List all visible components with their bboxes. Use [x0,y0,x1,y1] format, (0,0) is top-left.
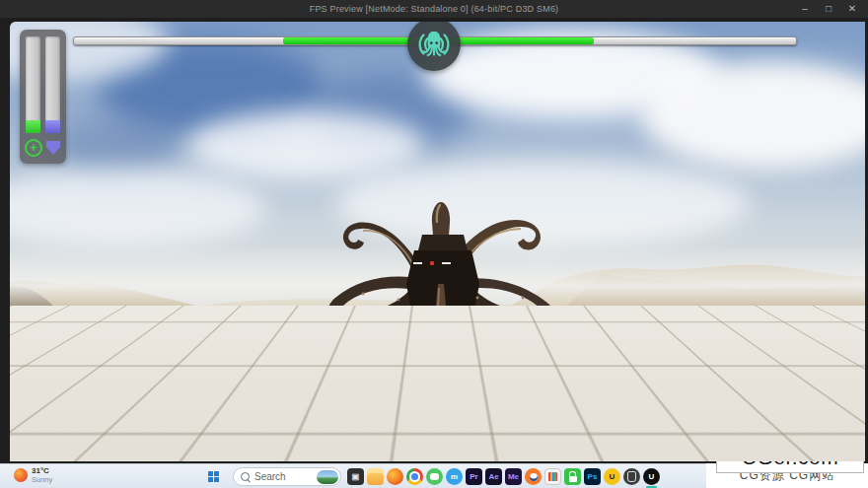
shield-meter-fill [45,120,60,133]
cloud [187,110,424,179]
search-icon [241,472,250,481]
shield-meter [45,36,60,133]
search-label: Search [250,471,317,482]
squid-boss-icon [415,26,453,63]
health-meter-fill [26,120,40,133]
sky-blue-patch [49,115,178,174]
watermark-site: CGer.com [742,446,839,469]
taskbar-app-lock-tool[interactable] [564,468,581,485]
close-button[interactable]: ✕ [840,0,864,18]
search-daily-image-thumbnail [317,470,338,484]
crosshair [409,256,455,270]
taskbar-app-video-editor[interactable] [544,468,561,485]
weather-widget[interactable]: 31°C Sunny [14,466,52,484]
health-plus-icon: + [25,139,42,157]
search-box[interactable]: Search [233,467,341,486]
windows-logo-icon [208,471,213,476]
rifle-icon [40,414,82,433]
taskbar-app-file-explorer[interactable] [367,468,384,485]
taskbar-app-unreal-engine[interactable]: U [643,468,660,485]
cloud-shadow [79,339,256,361]
app-window: FPS Preview [NetMode: Standalone 0] (64-… [0,0,868,488]
taskbar-app-premiere-pro[interactable]: Pr [466,468,482,485]
player-meters-panel: + [20,30,66,164]
shield-arrow-icon [46,141,60,155]
window-controls: – □ ✕ [793,0,864,18]
taskbar-app-firefox[interactable] [387,468,403,485]
crosshair-left-tick [413,262,422,264]
taskbar-app-task-view[interactable]: ▣ [347,468,364,485]
taskbar-apps: ▣mPrAeMePsUU [347,468,660,485]
taskbar-app-media-encoder[interactable]: Me [505,468,522,485]
cloud [641,61,865,170]
window-titlebar: FPS Preview [NetMode: Standalone 0] (64-… [0,0,868,18]
taskbar-app-blender[interactable] [525,468,542,485]
ammo-panel: 8/33 R Reload [36,400,151,447]
taskbar-app-maxon[interactable]: m [446,468,463,485]
minimize-button[interactable]: – [793,0,817,18]
reload-key-badge: R [88,426,103,441]
cloud-shadow [217,365,345,381]
windows-start-button[interactable] [208,471,219,482]
taskbar-app-after-effects[interactable]: Ae [485,468,502,485]
taskbar-app-photoshop[interactable]: Ps [584,468,601,485]
crosshair-dot [430,261,434,265]
maximize-button[interactable]: □ [817,0,840,18]
taskbar-app-chrome[interactable] [406,468,423,485]
weather-sun-icon [14,468,28,482]
weather-temperature: 31°C [32,466,52,475]
reload-label: Reload [107,426,149,441]
taskbar-app-uu-booster[interactable]: U [604,468,620,485]
player-weapon [400,377,643,461]
weather-condition: Sunny [32,475,52,484]
window-title: FPS Preview [NetMode: Standalone 0] (64-… [0,0,868,18]
ammo-counter: 8/33 [103,406,135,424]
taskbar-app-epic-games[interactable] [623,468,640,485]
watermark-box: CGer.com [716,442,864,473]
game-viewport[interactable]: + [10,22,865,461]
taskbar-app-wechat[interactable] [426,468,443,485]
crosshair-right-tick [442,262,451,264]
health-meter [26,36,40,133]
